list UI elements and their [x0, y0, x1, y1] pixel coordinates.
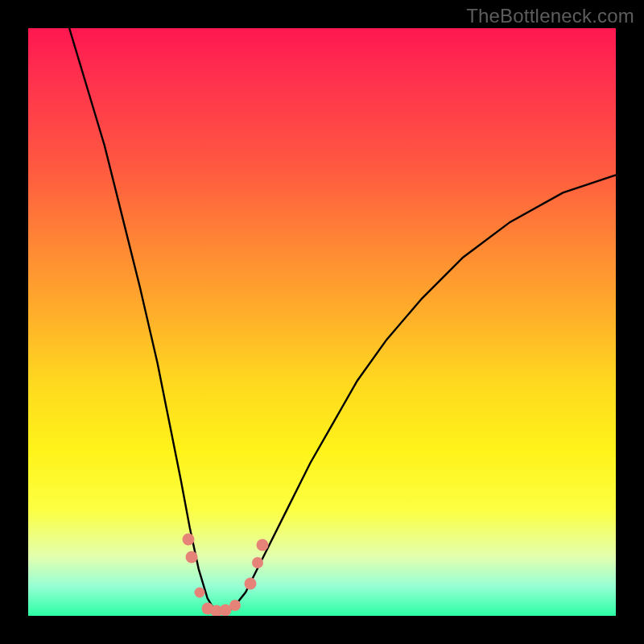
curve-markers [28, 28, 616, 616]
plot-area [28, 28, 616, 616]
chart-frame: TheBottleneck.com [0, 0, 644, 644]
curve-marker [229, 600, 241, 611]
curve-marker [252, 557, 263, 568]
curve-marker [244, 577, 256, 589]
curve-marker [256, 539, 268, 551]
watermark-text: TheBottleneck.com [466, 5, 634, 27]
curve-marker [195, 587, 205, 597]
curve-marker [182, 534, 194, 546]
curve-marker [185, 551, 197, 564]
